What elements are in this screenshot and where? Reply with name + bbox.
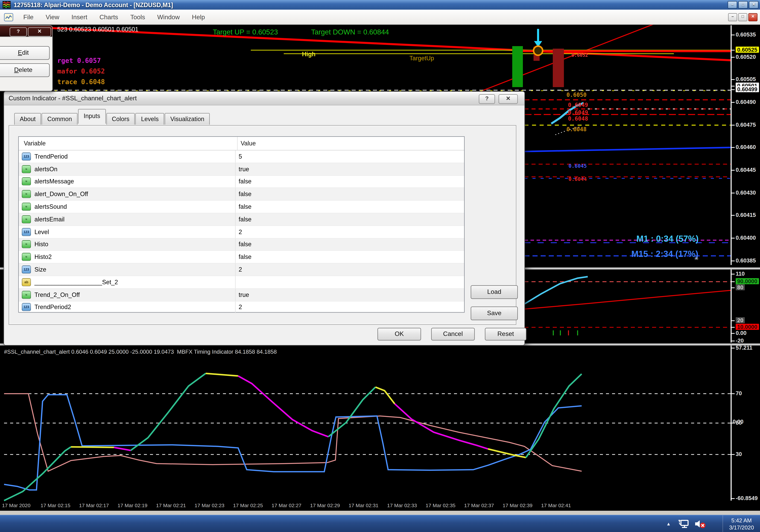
table-row[interactable]: ≈alertsSoundfalse — [19, 201, 464, 213]
table-row[interactable]: 123TrendPeriod22 — [19, 301, 464, 314]
value-cell[interactable]: 2 — [236, 228, 242, 235]
tab-inputs[interactable]: Inputs — [78, 109, 106, 123]
chart-restore-button[interactable]: □ — [738, 13, 747, 21]
value-cell[interactable]: false — [236, 216, 252, 223]
table-row[interactable]: ≈Histofalse — [19, 238, 464, 251]
inputs-table: Variable Value 123TrendPeriod5≈alertsOnt… — [18, 136, 465, 313]
boolean-type-icon: ≈ — [22, 240, 31, 248]
time-axis-label: 17 Mar 2020 — [2, 503, 30, 508]
value-cell[interactable]: 2 — [236, 266, 242, 273]
tab-levels[interactable]: Levels — [135, 113, 164, 124]
menu-item-window[interactable]: Window — [151, 12, 186, 23]
ok-button[interactable]: OK — [377, 328, 421, 340]
scale-label: 500.00 — [736, 419, 742, 426]
edit-button[interactable]: Edit — [0, 46, 50, 60]
value-cell[interactable]: false — [236, 241, 252, 248]
column-header-variable[interactable]: Variable — [19, 137, 238, 150]
current-price-tag: 90.0000 — [736, 278, 759, 284]
variable-name: alertsOn — [34, 166, 57, 172]
table-row[interactable]: ≈alert_Down_On_Offfalse — [19, 188, 464, 201]
clock[interactable]: 5:42 AM 3/17/2020 — [723, 515, 760, 532]
time-axis[interactable]: 17 Mar 202017 Mar 02:1517 Mar 02:1717 Ma… — [0, 501, 760, 511]
indicator-readout: mafor 0.6052 — [57, 68, 105, 75]
screen: 12755118: Alpari-Demo - Demo Account - [… — [0, 0, 760, 532]
value-cell[interactable]: false — [236, 178, 252, 185]
popup-close-button[interactable]: ✕ — [28, 27, 51, 36]
variable-cell: ≈alertsMessage — [19, 176, 236, 188]
load-button[interactable]: Load — [471, 285, 518, 299]
title-bar[interactable]: 12755118: Alpari-Demo - Demo Account - [… — [0, 0, 760, 10]
table-row[interactable]: ab____________________Set_2 — [19, 276, 464, 289]
boolean-type-icon: ≈ — [22, 177, 31, 186]
menu-item-tools[interactable]: Tools — [124, 12, 151, 23]
network-icon[interactable] — [678, 519, 689, 529]
number-type-icon: 123 — [22, 266, 31, 273]
price-annotation: 0.6052 — [572, 53, 588, 58]
table-row[interactable]: 123TrendPeriod5 — [19, 151, 464, 163]
minimize-button[interactable]: – — [728, 1, 737, 9]
table-row[interactable]: ≈alertsEmailfalse — [19, 213, 464, 226]
popup-help-button[interactable]: ? — [10, 27, 27, 36]
menu-item-charts[interactable]: Charts — [93, 12, 124, 23]
close-button[interactable]: ✕ — [749, 1, 758, 9]
tab-about[interactable]: About — [14, 113, 41, 124]
variable-name: Size — [34, 266, 46, 273]
cancel-button[interactable]: Cancel — [431, 328, 475, 340]
value-cell[interactable]: false — [236, 191, 252, 198]
table-row[interactable]: 123Size2 — [19, 264, 464, 276]
variable-name: Level — [34, 228, 49, 235]
variable-cell: 123TrendPeriod — [19, 151, 236, 163]
table-row[interactable]: 123Level2 — [19, 226, 464, 238]
variable-cell: ≈alert_Down_On_Off — [19, 188, 236, 200]
menu-item-view[interactable]: View — [39, 12, 65, 23]
time-axis-label: 17 Mar 02:33 — [387, 503, 417, 508]
value-cell[interactable]: 2 — [236, 304, 242, 311]
tab-visualization[interactable]: Visualization — [165, 113, 210, 124]
menu-item-help[interactable]: Help — [186, 12, 211, 23]
menu-item-file[interactable]: File — [17, 12, 39, 23]
variable-cell: ≈Trend_2_On_Off — [19, 289, 236, 301]
maximize-button[interactable]: □ — [738, 1, 748, 9]
ohlc-readout: 523 0.60523 0.60501 0.60501 — [57, 26, 138, 33]
scale-label: 0.60430 — [736, 189, 756, 196]
table-row[interactable]: ≈alertsMessagefalse — [19, 176, 464, 188]
tab-colors[interactable]: Colors — [106, 113, 135, 124]
chart-window-icon — [4, 13, 13, 21]
volume-muted-icon[interactable] — [694, 519, 706, 529]
targetup-line-label: TargetUp — [409, 55, 434, 62]
chart-close-button[interactable]: ✕ — [748, 13, 757, 21]
tab-common[interactable]: Common — [42, 113, 77, 124]
skull-icon: ☠ — [694, 255, 699, 261]
chart-window-controls: – □ ✕ — [727, 13, 757, 21]
value-cell[interactable]: false — [236, 254, 252, 261]
dialog-title-bar[interactable]: Custom Indicator - #SSL_channel_chart_al… — [4, 92, 524, 105]
table-row[interactable]: ≈Histo2false — [19, 251, 464, 264]
scale-label: 110 — [736, 270, 745, 277]
tray-expand-icon[interactable]: ▲ — [666, 521, 671, 526]
chart-minimize-button[interactable]: – — [728, 13, 737, 21]
variable-name: ____________________Set_2 — [34, 279, 118, 286]
boolean-type-icon: ≈ — [22, 165, 31, 173]
variable-name: alertsMessage — [34, 178, 74, 185]
delete-button[interactable]: Delete — [0, 63, 50, 77]
clock-time: 5:42 AM — [729, 517, 754, 524]
variable-cell: ≈Histo — [19, 238, 236, 251]
value-cell[interactable]: true — [236, 166, 249, 172]
dialog-close-button[interactable]: ✕ — [499, 94, 518, 104]
table-row[interactable]: ≈alertsOntrue — [19, 163, 464, 175]
boolean-type-icon: ≈ — [22, 215, 31, 223]
value-cell[interactable]: 5 — [236, 153, 242, 160]
time-axis-label: 17 Mar 02:29 — [310, 503, 340, 508]
value-cell[interactable]: true — [236, 291, 249, 298]
popup-title-bar[interactable]: ? ✕ — [0, 25, 53, 37]
menu-item-insert[interactable]: Insert — [65, 12, 93, 23]
dialog-help-button[interactable]: ? — [479, 94, 495, 104]
value-cell[interactable]: false — [236, 203, 252, 210]
table-row[interactable]: ≈Trend_2_On_Offtrue — [19, 289, 464, 301]
price-annotation: 0.6048 — [568, 116, 588, 122]
column-header-value[interactable]: Value — [238, 140, 256, 147]
table-header: Variable Value — [19, 137, 464, 151]
save-button[interactable]: Save — [471, 307, 518, 320]
variable-name: TrendPeriod2 — [34, 304, 71, 311]
reset-button[interactable]: Reset — [485, 328, 526, 340]
